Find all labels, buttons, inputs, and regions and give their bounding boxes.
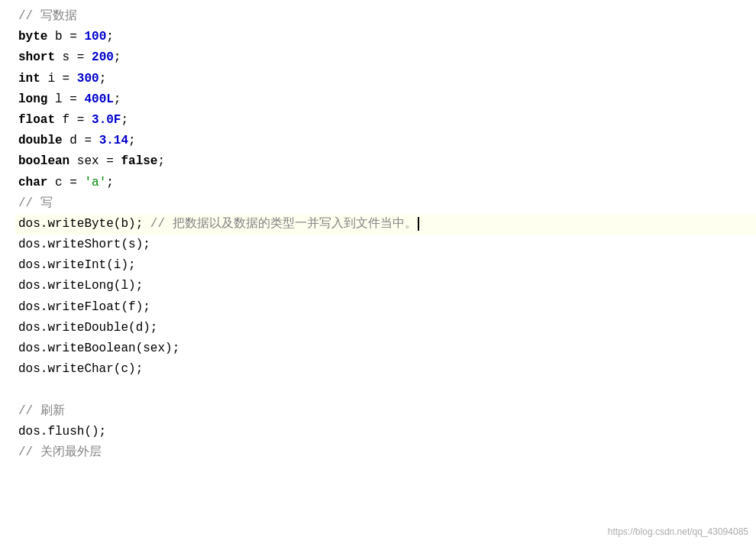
code-line-4: int i = 300; bbox=[15, 69, 756, 89]
normal-4b: ; bbox=[99, 72, 107, 86]
comment-11: // 把数据以及数据的类型一并写入到文件当中。 bbox=[150, 217, 417, 231]
normal-15: dos.writeFloat(f); bbox=[18, 300, 150, 314]
code-line-15: dos.writeFloat(f); bbox=[15, 297, 756, 318]
keyword-byte: byte bbox=[18, 30, 47, 44]
keyword-int: int bbox=[18, 72, 40, 86]
normal-14: dos.writeLong(l); bbox=[18, 279, 143, 293]
code-line-13: dos.writeInt(i); bbox=[15, 255, 756, 276]
code-line-12: dos.writeShort(s); bbox=[15, 235, 756, 255]
number-100: 100 bbox=[84, 30, 106, 44]
code-line-1: // 写数据 bbox=[15, 6, 756, 27]
comment-22: // 关闭最外层 bbox=[18, 445, 102, 459]
normal-6b: ; bbox=[121, 113, 128, 127]
normal-17: dos.writeBoolean(sex); bbox=[18, 341, 179, 355]
code-line-9: char c = 'a'; bbox=[15, 173, 756, 193]
normal-8b: ; bbox=[157, 154, 165, 168]
normal-4a: i = bbox=[40, 72, 77, 86]
normal-13: dos.writeInt(i); bbox=[18, 258, 136, 272]
number-200: 200 bbox=[92, 50, 114, 64]
code-editor: // 写数据 byte b = 100; short s = 200; int … bbox=[0, 0, 756, 547]
code-line-3: short s = 200; bbox=[15, 47, 756, 68]
normal-3b: ; bbox=[114, 50, 121, 64]
code-line-11: dos.writeByte(b); // 把数据以及数据的类型一并写入到文件当中… bbox=[15, 214, 756, 235]
code-line-22: // 关闭最外层 bbox=[15, 442, 756, 463]
normal-16: dos.writeDouble(d); bbox=[18, 321, 157, 335]
code-line-5: long l = 400L; bbox=[15, 89, 756, 110]
normal-7a: d = bbox=[63, 134, 99, 147]
normal-8a: sex = bbox=[69, 154, 121, 168]
code-line-17: dos.writeBoolean(sex); bbox=[15, 338, 756, 359]
code-line-21: dos.flush(); bbox=[15, 422, 756, 442]
normal-7b: ; bbox=[128, 134, 136, 147]
code-line-14: dos.writeLong(l); bbox=[15, 276, 756, 296]
comment-1: // 写数据 bbox=[18, 9, 77, 23]
normal-9b: ; bbox=[106, 176, 114, 189]
number-400l: 400L bbox=[84, 92, 113, 106]
normal-2a: b = bbox=[47, 30, 84, 44]
normal-3a: s = bbox=[55, 50, 92, 64]
normal-11a: dos.writeByte(b); bbox=[18, 217, 150, 231]
number-30f: 3.0F bbox=[92, 113, 121, 127]
number-300: 300 bbox=[77, 72, 99, 86]
code-line-10: // 写 bbox=[15, 193, 756, 214]
normal-12: dos.writeShort(s); bbox=[18, 238, 150, 251]
keyword-char: char bbox=[18, 176, 47, 189]
code-line-8: boolean sex = false; bbox=[15, 151, 756, 172]
keyword-float: float bbox=[18, 113, 55, 127]
code-line-2: byte b = 100; bbox=[15, 27, 756, 47]
code-line-19 bbox=[15, 380, 756, 400]
keyword-long: long bbox=[18, 92, 47, 106]
code-line-6: float f = 3.0F; bbox=[15, 110, 756, 131]
text-cursor bbox=[418, 217, 419, 231]
watermark: https://blog.csdn.net/qq_43094085 bbox=[608, 525, 748, 539]
code-line-7: double d = 3.14; bbox=[15, 131, 756, 151]
normal-5b: ; bbox=[114, 92, 121, 106]
keyword-double: double bbox=[18, 134, 63, 147]
normal-21: dos.flush(); bbox=[18, 425, 106, 439]
normal-2b: ; bbox=[106, 30, 114, 44]
code-line-18: dos.writeChar(c); bbox=[15, 359, 756, 380]
keyword-short: short bbox=[18, 50, 55, 64]
code-line-20: // 刷新 bbox=[15, 401, 756, 422]
keyword-boolean: boolean bbox=[18, 154, 69, 168]
string-a: 'a' bbox=[84, 176, 106, 189]
code-line-16: dos.writeDouble(d); bbox=[15, 318, 756, 338]
normal-5a: l = bbox=[47, 92, 84, 106]
normal-18: dos.writeChar(c); bbox=[18, 362, 143, 376]
number-314: 3.14 bbox=[99, 134, 128, 147]
keyword-false: false bbox=[121, 154, 157, 168]
normal-6a: f = bbox=[55, 113, 92, 127]
comment-20: // 刷新 bbox=[18, 404, 65, 418]
comment-10: // 写 bbox=[18, 196, 53, 210]
normal-9a: c = bbox=[47, 176, 84, 189]
